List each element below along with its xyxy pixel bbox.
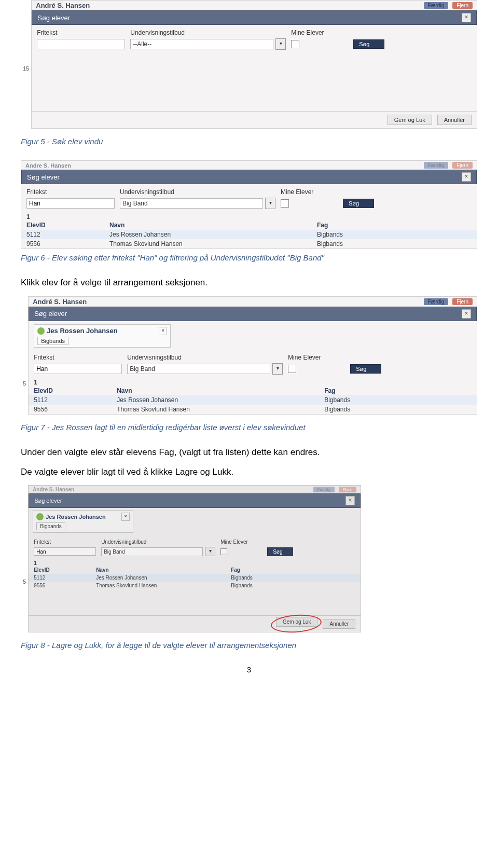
table-row[interactable]: 5112 Jes Rossen Johansen Bigbands (29, 395, 477, 405)
parent-row: Andre S. Hansen Færdig Fjern (29, 486, 361, 493)
search-button[interactable]: Søg (350, 364, 381, 374)
dialog-titlebar: Søg elever × (32, 10, 477, 25)
fritekst-label: Fritekst (26, 188, 115, 196)
col-elevid: ElevID (26, 222, 109, 229)
selected-student-tag: Jes Rossen Johansen × Bigbands (33, 510, 133, 533)
close-icon[interactable]: × (345, 496, 355, 505)
row-index: 15 (21, 61, 31, 72)
tilbud-label: Undervisningstilbud (130, 29, 286, 36)
tilbud-label: Undervisningstilbud (127, 354, 283, 361)
mine-elever-checkbox[interactable] (220, 548, 227, 555)
search-button[interactable]: Søg (353, 39, 384, 49)
dialog-titlebar: Søg elever × (29, 493, 361, 508)
chevron-down-icon[interactable]: ▾ (275, 38, 286, 50)
selected-name: Jes Rossen Johansen (47, 327, 118, 335)
body-paragraph: Under den valgte elev står elevens Fag, … (21, 446, 477, 459)
fritekst-label: Fritekst (37, 29, 125, 36)
table-row[interactable]: 9556 Thomas Skovlund Hansen Bigbands (29, 582, 361, 589)
search-button[interactable]: Søg (343, 199, 374, 208)
fritekst-input[interactable] (37, 39, 125, 49)
person-name: André S. Hansen (33, 298, 419, 306)
selected-student-tag: Jes Rossen Johansen × Bigbands (34, 324, 171, 348)
tilbud-select[interactable]: Big Band (101, 547, 203, 556)
cancel-button[interactable]: Annuller (323, 619, 355, 629)
page-number: 3 (21, 665, 477, 674)
chevron-down-icon[interactable]: ▾ (265, 198, 275, 209)
dialog-title: Søg elever (34, 498, 62, 504)
figure-caption: Figur 6 - Elev søking etter fritekst "Ha… (21, 253, 477, 262)
remove-badge[interactable]: Fjern (452, 298, 473, 305)
figure-caption: Figur 8 - Lagre og Lukk, for å legge til… (21, 641, 477, 650)
table-row[interactable]: 9556 Thomas Skovlund Hansen Bigbands (21, 239, 477, 249)
row-index: 5 (21, 328, 28, 387)
person-name: André S. Hansen (36, 2, 419, 9)
parent-row: André S. Hansen Færdig Fjern (29, 297, 477, 307)
selected-name: Jes Rossen Johansen (46, 514, 106, 520)
tilbud-select[interactable]: Big Band (127, 364, 270, 374)
table-row[interactable]: 5112 Jes Rossen Johansen Bigbands (21, 230, 477, 239)
result-count: 1 (29, 560, 361, 566)
close-icon[interactable]: × (462, 309, 471, 319)
avatar-icon (36, 513, 44, 520)
fritekst-input[interactable] (26, 198, 115, 209)
dialog-titlebar: Søg elever × (29, 307, 477, 321)
mine-elever-checkbox[interactable] (291, 40, 299, 48)
dialog-title: Søg elever (34, 310, 67, 318)
fritekst-label: Fritekst (34, 354, 122, 361)
mine-elever-label: Mine Elever (281, 188, 338, 196)
table-row[interactable]: 9556 Thomas Skovlund Hansen Bigbands (29, 405, 477, 414)
figure-caption: Figur 7 - Jes Rossen lagt til en midlert… (21, 423, 477, 432)
result-count: 1 (29, 379, 477, 386)
result-count: 1 (21, 213, 477, 221)
table-row[interactable]: 5112 Jes Rossen Johansen Bigbands (29, 574, 361, 582)
highlight-circle (270, 613, 322, 635)
body-paragraph: De valgte elever blir lagt til ved å kli… (21, 466, 477, 478)
chevron-down-icon[interactable]: ▾ (205, 547, 215, 556)
remove-tag-icon[interactable]: × (159, 327, 167, 335)
avatar-icon (37, 327, 45, 335)
tilbud-select[interactable]: --Alle-- (130, 39, 273, 49)
fritekst-input[interactable] (34, 547, 96, 556)
figure-caption: Figur 5 - Søk elev vindu (21, 137, 477, 146)
col-fag: Fag (317, 222, 421, 229)
close-icon[interactable]: × (462, 13, 471, 22)
mine-elever-label: Mine Elever (291, 29, 348, 36)
save-close-button[interactable]: Gem og Luk (388, 115, 432, 125)
person-name: Andre S. Hansen (25, 162, 420, 169)
body-paragraph: Klikk elev for å velge til arrangement s… (21, 277, 477, 289)
tilbud-label: Undervisningstilbud (120, 188, 275, 196)
col-navn: Navn (109, 222, 317, 229)
remove-tag-icon[interactable]: × (121, 513, 130, 521)
close-icon[interactable]: × (462, 172, 471, 182)
row-index: 5 (21, 537, 28, 585)
dialog-title: Søg elever (37, 14, 70, 22)
dialog-titlebar: Søg elever × (21, 170, 477, 184)
col-fag: Fag (324, 387, 428, 394)
mine-elever-checkbox[interactable] (281, 199, 289, 208)
done-badge[interactable]: Færdig (424, 162, 449, 169)
cancel-button[interactable]: Annuller (437, 115, 472, 125)
parent-row: André S. Hansen Færdig Fjern (32, 1, 477, 10)
mine-elever-checkbox[interactable] (288, 365, 296, 373)
col-elevid: ElevID (34, 387, 117, 394)
done-badge[interactable]: Færdig (424, 2, 449, 9)
selected-fag[interactable]: Bigbands (37, 337, 68, 345)
mine-elever-label: Mine Elever (288, 354, 345, 361)
col-navn: Navn (117, 387, 324, 394)
tilbud-select[interactable]: Big Band (120, 198, 263, 209)
chevron-down-icon[interactable]: ▾ (272, 363, 283, 375)
dialog-title: Søg elever (27, 173, 60, 181)
remove-badge[interactable]: Fjern (452, 162, 473, 169)
fritekst-input[interactable] (34, 364, 122, 374)
selected-fag[interactable]: Bigbands (36, 522, 65, 530)
remove-badge[interactable]: Fjern (452, 2, 473, 9)
parent-row: Andre S. Hansen Færdig Fjern (21, 161, 477, 170)
search-button[interactable]: Søg (267, 547, 293, 556)
done-badge[interactable]: Færdig (424, 298, 449, 305)
